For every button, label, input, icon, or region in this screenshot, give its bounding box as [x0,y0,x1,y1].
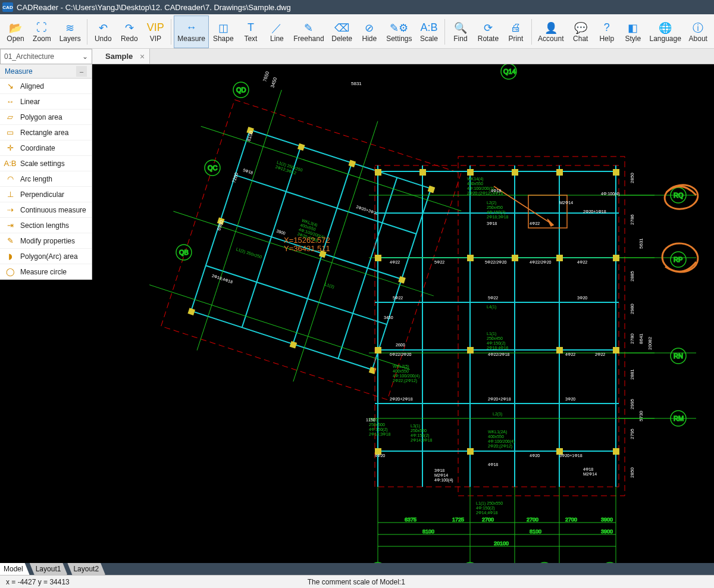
tool-style[interactable]: ◧Style [620,15,646,48]
svg-line-6 [191,311,372,370]
measure-item-continuous-measure[interactable]: ⇢Continuous measure [0,202,92,218]
tool-help[interactable]: ?Help [594,15,620,48]
svg-rect-85 [613,448,619,455]
measure-item-rectangle-area[interactable]: ▭Rectangle area [0,125,92,140]
svg-text:L2(3): L2(3) [493,412,502,417]
svg-text:RP: RP [674,256,682,263]
svg-line-14 [149,285,409,370]
tool-zoom[interactable]: ⛶Zoom [29,15,55,48]
tool-settings[interactable]: ✎⚙Settings [383,15,416,48]
svg-rect-69 [467,169,474,176]
svg-text:1150: 1150 [366,418,375,422]
svg-rect-23 [398,276,406,284]
layer-dropdown[interactable]: 01_Architecture ⌄ [0,49,92,64]
tool-language[interactable]: 🌐Language [646,15,685,48]
layout-tab-model[interactable]: Model [0,563,30,575]
svg-text:2786: 2786 [630,214,635,225]
tool-hide[interactable]: ⊘Hide [356,15,383,48]
tool-undo[interactable]: ↶Undo [90,15,116,48]
measure-item-scale-settings[interactable]: A:BScale settings [0,156,92,171]
svg-text:WKL2(5): WKL2(5) [393,364,409,369]
redo-icon: ↷ [123,21,136,35]
layout-tab-layout1[interactable]: Layout1 [30,563,68,575]
tool-vip[interactable]: VIPVIP [142,15,168,48]
measure-item-polygon-area[interactable]: ▱Polygon area [0,110,92,125]
measure-item-aligned[interactable]: ↘Aligned [0,79,92,94]
rotate-icon: ⟳ [481,21,494,35]
settings-icon: ✎⚙ [393,21,406,35]
svg-rect-77 [613,255,619,261]
measure-item-perpendicular[interactable]: ⊥Perpendicular [0,187,92,202]
measure-item-polygon-arc-area[interactable]: ◗Polygon(Arc) area [0,249,92,264]
panel-collapse-icon[interactable]: – [76,66,87,77]
tool-find[interactable]: 🔍Find [447,15,474,48]
measure-item-icon: A:B [5,159,15,168]
measure-item-label: Measure circle [20,268,67,276]
chat-icon: 💬 [574,21,587,35]
tool-label: Layers [60,35,81,43]
svg-text:QD: QD [236,86,246,93]
svg-text:QC: QC [208,164,218,171]
svg-text:2Φ18;4Φ18: 2Φ18;4Φ18 [211,273,233,284]
svg-text:4Φ:150(2): 4Φ:150(2) [487,210,506,215]
svg-text:2980: 2980 [630,304,635,314]
layout-tab-layout2[interactable]: Layout2 [67,563,105,575]
svg-text:4Φ22: 4Φ22 [530,221,540,226]
layers-icon: ≋ [64,21,77,35]
svg-text:QB: QB [179,249,189,256]
tool-label: Open [7,35,24,43]
tool-text[interactable]: TText [237,15,264,48]
tool-freehand[interactable]: ✎Freehand [290,15,327,48]
tool-about[interactable]: ⓘAbout [685,15,712,48]
svg-text:2Φ18;4Φ16: 2Φ18;4Φ16 [487,346,509,350]
freehand-icon: ✎ [302,21,315,35]
measure-item-label: Perpendicular [20,190,64,199]
svg-text:L1(1): L1(1) [487,331,496,336]
svg-text:3Φ20: 3Φ20 [577,296,587,300]
measure-item-section-lengths[interactable]: ⇥Section lengths [0,218,92,233]
measure-item-coordinate[interactable]: ✛Coordinate [0,140,92,156]
measure-item-icon: ◠ [5,175,15,183]
drawing-canvas[interactable]: L1(2) 250x2502Φ12;3Φ12 WKL3(4)400x550 4Φ… [0,64,714,563]
tool-label: Print [509,35,524,43]
tool-shape[interactable]: ◫Shape [209,15,237,48]
status-bar: x = -4427 y = 34413 The comment scale of… [0,575,714,588]
measure-item-linear[interactable]: ↔Linear [0,94,92,110]
svg-text:4Φ:150(2): 4Φ:150(2) [476,506,495,511]
measure-item-label: Coordinate [20,144,55,152]
svg-text:RQ: RQ [674,192,684,199]
measure-item-icon: ↔ [5,98,15,106]
svg-rect-76 [556,255,563,261]
tool-line[interactable]: ／Line [264,15,290,48]
measure-panel: Measure – ↘Aligned↔Linear▱Polygon area▭R… [0,64,92,280]
measure-item-modify-properties[interactable]: ✎Modify properties [0,233,92,249]
tool-print[interactable]: 🖨Print [503,15,529,48]
document-tab[interactable]: Sample × [92,49,150,64]
measure-item-icon: ◯ [5,268,15,276]
svg-rect-80 [556,347,563,354]
tool-chat[interactable]: 💬Chat [568,15,594,48]
find-icon: 🔍 [454,21,467,35]
close-tab-icon[interactable]: × [140,52,145,61]
measure-item-measure-circle[interactable]: ◯Measure circle [0,264,92,280]
tool-redo[interactable]: ↷Redo [116,15,142,48]
scale-icon: A:B [422,21,436,35]
svg-text:2700: 2700 [565,517,577,523]
tool-account[interactable]: 👤Account [534,15,568,48]
svg-text:5Φ22/2Φ20: 5Φ22/2Φ20 [485,260,507,264]
tool-open[interactable]: 📂Open [2,15,29,48]
delete-icon: ⌫ [336,21,349,35]
tool-rotate[interactable]: ⟳Rotate [474,15,503,48]
tool-label: Freehand [293,35,324,43]
tool-measure[interactable]: ↔Measure [174,15,209,48]
measure-item-arc-length[interactable]: ◠Arc length [0,171,92,187]
svg-rect-83 [467,448,474,455]
tool-scale[interactable]: A:BScale [416,15,442,48]
svg-text:L4(1): L4(1) [487,305,496,309]
svg-text:2881: 2881 [630,369,635,380]
svg-text:4Φ:100/200(4): 4Φ:100/200(4) [393,374,419,379]
tool-delete[interactable]: ⌫Delete [327,15,356,48]
tool-layers[interactable]: ≋Layers [55,15,85,48]
svg-text:2850: 2850 [630,467,635,478]
measure-item-label: Section lengths [20,221,69,230]
